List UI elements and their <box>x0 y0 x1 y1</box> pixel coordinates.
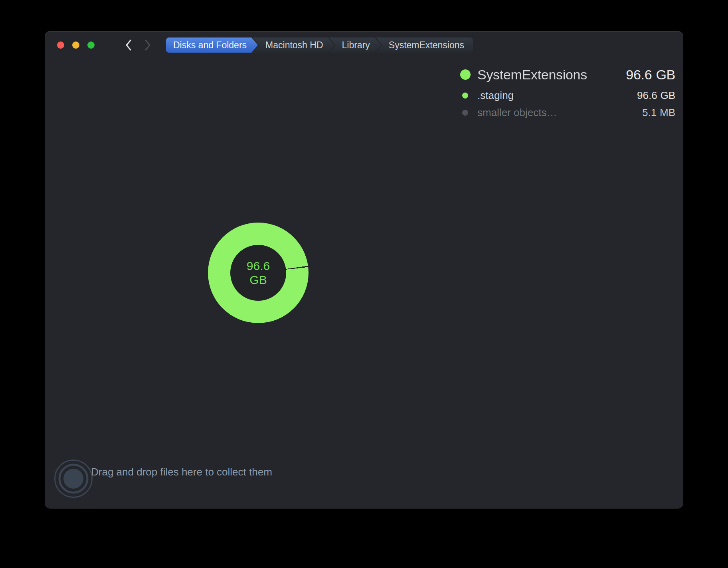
breadcrumb-systemextensions[interactable]: SystemExtensions <box>376 37 473 53</box>
item-color-dot-icon <box>460 110 471 116</box>
item-size: 96.6GB <box>637 89 675 102</box>
chevron-right-icon <box>144 39 151 51</box>
item-name: .staging <box>477 89 637 102</box>
close-button[interactable] <box>57 41 64 49</box>
selection-header[interactable]: SystemExtensions 96.6GB <box>460 65 675 84</box>
zoom-button[interactable] <box>87 41 95 49</box>
item-size: 5.1MB <box>642 106 675 119</box>
collector-bullseye-icon[interactable] <box>53 459 93 499</box>
donut-center-value: 96.6 <box>247 259 270 273</box>
selection-size: 96.6GB <box>626 67 675 83</box>
breadcrumb: Disks and Folders Macintosh HD Library S… <box>166 37 473 53</box>
item-name: smaller objects… <box>477 106 642 119</box>
minimize-button[interactable] <box>72 41 79 49</box>
list-item-smaller-objects[interactable]: smaller objects… 5.1MB <box>460 106 675 119</box>
breadcrumb-library[interactable]: Library <box>329 37 381 53</box>
app-window: Disks and Folders Macintosh HD Library S… <box>45 31 683 509</box>
donut-center: 96.6 GB <box>230 245 286 301</box>
list-item[interactable]: .staging 96.6GB <box>460 89 675 102</box>
breadcrumb-disks-and-folders[interactable]: Disks and Folders <box>166 37 258 53</box>
details-panel: SystemExtensions 96.6GB .staging 96.6GB … <box>460 65 675 119</box>
titlebar: Disks and Folders Macintosh HD Library S… <box>45 31 683 53</box>
chevron-left-icon <box>125 39 132 51</box>
selection-name: SystemExtensions <box>477 67 626 83</box>
dropzone-hint-text: Drag and drop files here to collect them <box>91 465 272 478</box>
disk-usage-donut-chart[interactable]: 96.6 GB <box>208 223 309 323</box>
traffic-lights <box>57 41 95 49</box>
forward-button[interactable] <box>143 39 152 51</box>
folder-color-dot-icon <box>460 69 471 80</box>
donut-center-unit: GB <box>249 273 267 287</box>
item-color-dot-icon <box>460 93 471 99</box>
back-button[interactable] <box>124 39 133 51</box>
collector-dropzone[interactable]: Drag and drop files here to collect them <box>45 449 683 509</box>
breadcrumb-macintosh-hd[interactable]: Macintosh HD <box>253 37 334 53</box>
